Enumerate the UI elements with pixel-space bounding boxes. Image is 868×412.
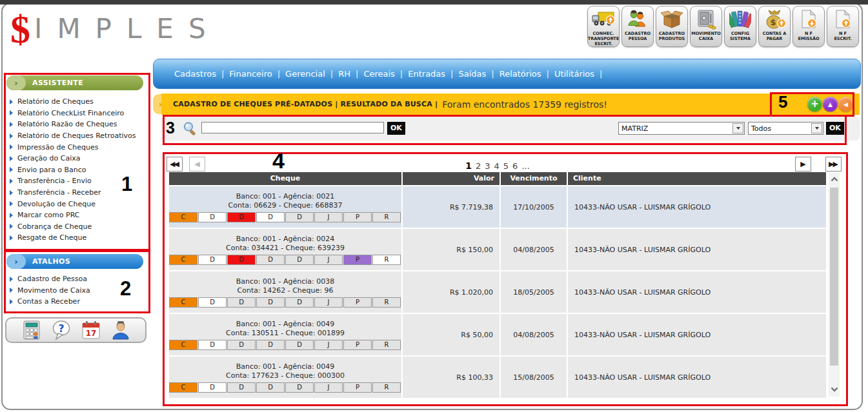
company-select[interactable]: MATRIZ xyxy=(618,122,745,135)
page-number-3[interactable]: 3 xyxy=(485,161,490,171)
status-button-d[interactable]: D xyxy=(198,255,227,265)
status-button-d[interactable]: D xyxy=(227,382,256,393)
scope-select[interactable]: Todos xyxy=(748,122,823,135)
nav-item-2[interactable]: Financeiro xyxy=(229,69,272,79)
atalhos-item-2[interactable]: Movimento de Caixa xyxy=(8,285,145,297)
status-button-j[interactable]: J xyxy=(314,297,343,308)
status-button-d[interactable]: D xyxy=(285,340,314,350)
assistente-item-9[interactable]: Transferência - Receber xyxy=(8,187,145,199)
status-button-r[interactable]: R xyxy=(372,255,401,265)
prev-page-button[interactable]: ◀ xyxy=(189,157,205,172)
last-page-button[interactable]: ▶▶ xyxy=(825,157,842,172)
status-button-c[interactable]: C xyxy=(169,212,197,222)
status-button-d[interactable]: D xyxy=(256,212,285,222)
nav-item-1[interactable]: Cadastros xyxy=(174,69,216,79)
toolbar-button-3[interactable]: CADASTRO PRODUTOS xyxy=(656,6,688,47)
status-button-c[interactable]: C xyxy=(169,382,197,393)
assistente-item-3[interactable]: Relatório Razão de Cheques xyxy=(8,119,145,130)
move-up-button[interactable]: ▲ xyxy=(823,97,838,112)
status-button-d[interactable]: D xyxy=(285,255,314,265)
toolbar-button-8[interactable]: N F ESCRIT. xyxy=(827,6,859,47)
status-button-p[interactable]: P xyxy=(343,382,372,393)
atalhos-item-3[interactable]: Contas a Receber xyxy=(8,296,145,308)
assistente-item-8[interactable]: Transferência - Envio xyxy=(8,175,145,187)
status-button-j[interactable]: J xyxy=(314,340,343,350)
status-button-r[interactable]: R xyxy=(372,212,401,222)
page-number-6[interactable]: 6 xyxy=(512,161,518,171)
nav-item-4[interactable]: RH xyxy=(338,69,350,79)
status-button-r[interactable]: R xyxy=(372,382,401,393)
scroll-up-icon[interactable] xyxy=(829,173,840,185)
status-button-p[interactable]: P xyxy=(343,212,372,222)
page-number-4[interactable]: 4 xyxy=(494,161,500,171)
status-button-p[interactable]: P xyxy=(343,297,372,308)
toolbar-button-5[interactable]: CONFIG SISTEMA xyxy=(724,6,756,47)
status-button-d[interactable]: D xyxy=(227,297,256,308)
nav-item-6[interactable]: Entradas xyxy=(408,69,445,79)
nav-item-5[interactable]: Cereais xyxy=(363,69,394,79)
go-back-button[interactable]: ◀ xyxy=(838,97,853,112)
add-record-button[interactable]: + xyxy=(807,97,822,112)
atalhos-panel-header[interactable]: › ATALHOS xyxy=(6,254,143,269)
status-button-j[interactable]: J xyxy=(314,382,343,393)
table-scrollbar[interactable] xyxy=(829,172,840,397)
status-button-d[interactable]: D xyxy=(198,382,227,393)
nav-item-3[interactable]: Gerencial xyxy=(285,69,325,79)
status-button-c[interactable]: C xyxy=(169,297,197,308)
status-button-d[interactable]: D xyxy=(285,212,314,222)
status-button-c[interactable]: C xyxy=(169,255,197,265)
status-button-r[interactable]: R xyxy=(372,340,401,350)
calendar-button[interactable]: 17 xyxy=(81,320,101,340)
assistente-item-2[interactable]: Relatório CheckList Financeiro xyxy=(8,108,145,119)
filter-ok-button[interactable]: OK xyxy=(826,122,844,135)
assistente-item-11[interactable]: Marcar como PRC xyxy=(8,210,145,221)
assistente-item-13[interactable]: Resgate de Cheque xyxy=(8,232,145,244)
status-button-d[interactable]: D xyxy=(198,212,227,222)
help-button[interactable]: ? xyxy=(51,320,72,340)
status-button-d[interactable]: D xyxy=(285,297,314,308)
status-button-p[interactable]: P xyxy=(343,340,372,350)
assistente-item-10[interactable]: Devolução de Cheque xyxy=(8,198,145,210)
assistente-item-12[interactable]: Cobrança de Cheque xyxy=(8,221,145,233)
page-number-...[interactable]: ... xyxy=(521,161,529,171)
assistente-item-1[interactable]: Relatório de Cheques xyxy=(8,96,145,108)
status-button-d[interactable]: D xyxy=(198,297,227,308)
assistente-item-7[interactable]: Envio para o Banco xyxy=(8,164,145,176)
status-button-j[interactable]: J xyxy=(314,212,343,222)
status-button-j[interactable]: J xyxy=(314,255,343,265)
status-button-d[interactable]: D xyxy=(198,340,227,350)
status-button-d[interactable]: D xyxy=(285,382,314,393)
nav-item-8[interactable]: Relatórios xyxy=(500,69,541,79)
nav-item-9[interactable]: Utilitários xyxy=(554,69,594,79)
status-button-d[interactable]: D xyxy=(227,340,256,350)
next-page-button[interactable]: ▶ xyxy=(795,157,811,172)
status-button-d[interactable]: D xyxy=(227,255,256,265)
toolbar-button-6[interactable]: $CONTAS A PAGAR xyxy=(758,6,791,47)
status-button-r[interactable]: R xyxy=(372,297,401,308)
nav-item-7[interactable]: Saídas xyxy=(459,69,487,79)
toolbar-button-7[interactable]: N F EMISSÃO xyxy=(792,6,825,47)
search-ok-button[interactable]: OK xyxy=(387,122,405,135)
page-number-5[interactable]: 5 xyxy=(503,161,509,171)
toolbar-button-4[interactable]: MOVIMENTO CAIXA xyxy=(690,6,722,47)
calculator-button[interactable] xyxy=(21,320,42,340)
status-button-d[interactable]: D xyxy=(256,297,285,308)
assistente-item-5[interactable]: Impressão de Cheques xyxy=(8,141,145,153)
assistente-item-4[interactable]: Relatório de Cheques Retroativos xyxy=(8,130,145,142)
assistente-panel-header[interactable]: › ASSISTENTE xyxy=(6,75,143,90)
status-button-d[interactable]: D xyxy=(256,255,285,265)
status-button-p[interactable]: P xyxy=(343,255,372,265)
toolbar-button-2[interactable]: CADASTRO PESSOA xyxy=(621,6,654,47)
user-button[interactable] xyxy=(110,320,131,340)
status-button-d[interactable]: D xyxy=(256,382,285,393)
assistente-item-6[interactable]: Geração do Caixa xyxy=(8,153,145,164)
first-page-button[interactable]: ◀◀ xyxy=(167,157,183,172)
page-number-1[interactable]: 1 xyxy=(465,161,472,171)
scroll-down-icon[interactable] xyxy=(829,384,840,395)
toolbar-button-1[interactable]: CONHEC. TRANSPORTE ESCRIT. xyxy=(587,6,620,47)
status-button-d[interactable]: D xyxy=(256,340,285,350)
page-number-2[interactable]: 2 xyxy=(476,161,481,171)
status-button-d[interactable]: D xyxy=(227,212,256,222)
scrollbar-thumb[interactable] xyxy=(830,188,838,366)
search-input[interactable] xyxy=(201,122,384,133)
